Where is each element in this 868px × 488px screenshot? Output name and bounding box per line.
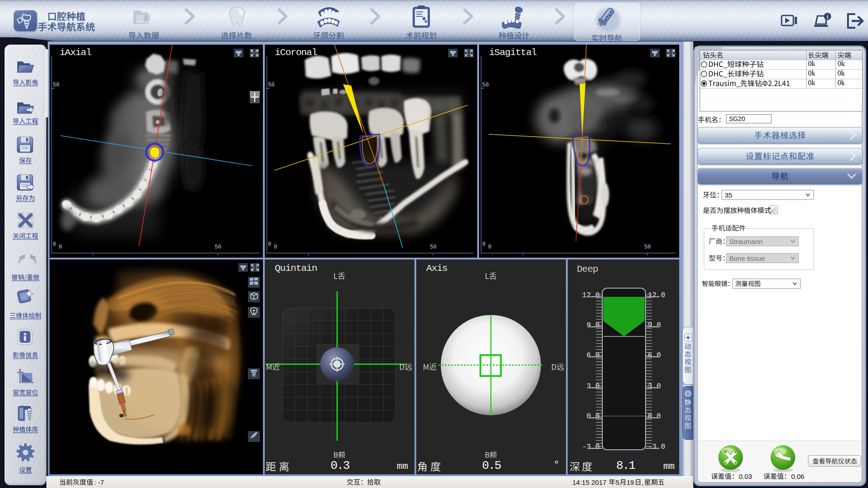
svg-text:3.0: 3.0 [648, 382, 661, 391]
svg-text:9.0: 9.0 [648, 321, 661, 330]
svg-text:-3.0: -3.0 [582, 443, 600, 451]
svg-text:3.0: 3.0 [586, 382, 600, 391]
svg-text:6.0: 6.0 [586, 351, 600, 360]
svg-text:i: i [827, 13, 828, 20]
svg-text:-3.0: -3.0 [648, 443, 665, 451]
svg-text:9.0: 9.0 [586, 321, 600, 330]
svg-text:0.0: 0.0 [648, 412, 661, 421]
svg-text:6.0: 6.0 [648, 351, 661, 360]
svg-text:12.0: 12.0 [648, 291, 665, 300]
svg-text:12.0: 12.0 [582, 291, 600, 300]
svg-text:0.0: 0.0 [586, 412, 600, 421]
